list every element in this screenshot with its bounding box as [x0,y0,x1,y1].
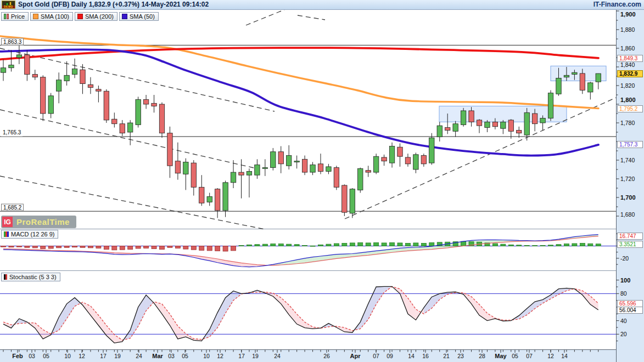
stochastic-fill [210,313,217,337]
candle-up[interactable] [564,75,569,77]
candle-down[interactable] [175,161,180,173]
candle-down[interactable] [492,122,497,127]
candle-down[interactable] [159,104,164,133]
candle-down[interactable] [445,128,450,131]
legend-chip-sma50[interactable]: SMA (50) [119,12,159,21]
candle-up[interactable] [453,124,458,132]
candle-down[interactable] [318,164,323,172]
candle-up[interactable] [310,165,315,173]
candle-up[interactable] [556,78,561,94]
candle-down[interactable] [96,89,101,91]
candle-down[interactable] [580,73,585,90]
candle-up[interactable] [16,55,21,58]
candle-up[interactable] [501,122,506,128]
candle-down[interactable] [104,91,109,120]
candle-down[interactable] [366,171,371,172]
legend-price-label: Price [11,13,25,20]
candle-up[interactable] [461,111,466,125]
macd-histogram-bar [517,245,522,246]
dashed-trendline[interactable] [0,110,254,168]
candle-down[interactable] [508,120,513,131]
candle-down[interactable] [41,77,46,114]
candle-down[interactable] [215,189,220,211]
candle-up[interactable] [437,126,442,137]
candle-up[interactable] [373,156,378,172]
stochastic-plot[interactable] [0,286,616,343]
stochastic-fill [376,286,384,304]
candle-down[interactable] [405,157,410,164]
candle-down[interactable] [421,156,426,164]
macd-plot[interactable] [0,235,616,267]
candle-up[interactable] [389,146,394,163]
candle-down[interactable] [152,103,156,106]
candle-up[interactable] [548,93,553,118]
candle-up[interactable] [596,73,601,82]
candle-up[interactable] [524,112,529,135]
candle-up[interactable] [207,196,212,202]
stochastic-indicator-chip[interactable]: Stochastic (5 3 3) [1,273,60,281]
macd-histogram-bar [556,245,561,246]
candle-down[interactable] [334,168,339,188]
chart-canvas[interactable] [0,0,644,362]
candle-down[interactable] [477,120,481,126]
brand-link[interactable]: IT-Finance.com [593,1,641,8]
candle-up[interactable] [231,172,236,183]
macd-histogram-bar [596,244,601,246]
candle-down[interactable] [80,70,85,84]
candle-up[interactable] [262,168,267,169]
candle-down[interactable] [32,75,37,77]
candle-up[interactable] [358,168,363,190]
legend-sma100-label: SMA (100) [41,13,69,20]
candle-up[interactable] [271,152,276,168]
candle-down[interactable] [532,114,537,124]
dashed-trendline[interactable] [298,15,325,20]
candle-down[interactable] [342,185,347,212]
macd-histogram-bar [397,243,402,246]
candle-down[interactable] [517,131,522,133]
candle-down[interactable] [112,119,117,124]
candle-down[interactable] [239,172,244,175]
candle-down[interactable] [302,159,307,172]
candle-up[interactable] [485,122,490,127]
candle-up[interactable] [287,156,292,166]
candle-up[interactable] [247,171,251,175]
candle-down[interactable] [120,124,125,133]
macd-histogram-bar [310,246,315,246]
candle-down[interactable] [143,100,148,105]
macd-indicator-chip[interactable]: MACD (12 26 9) [1,230,58,239]
price-plot[interactable] [0,7,616,231]
candle-up[interactable] [294,161,299,162]
candle-up[interactable] [588,83,593,92]
candle-up[interactable] [183,162,188,174]
candle-up[interactable] [48,96,53,114]
candle-up[interactable] [326,167,331,172]
candle-up[interactable] [128,123,133,132]
candle-up[interactable] [413,155,418,169]
legend-chip-price[interactable]: Price [1,12,29,21]
candle-down[interactable] [469,111,474,122]
candle-up[interactable] [136,100,141,125]
candle-up[interactable] [72,69,77,74]
candle-up[interactable] [223,183,228,211]
candle-down[interactable] [199,187,204,203]
candle-up[interactable] [350,189,355,213]
candle-up[interactable] [540,118,545,123]
macd-histogram-bar [144,246,149,248]
candle-down[interactable] [278,152,283,164]
candle-down[interactable] [382,157,387,161]
candle-down[interactable] [397,147,402,156]
candle-up[interactable] [64,75,69,81]
candle-up[interactable] [56,80,61,91]
candle-down[interactable] [167,133,172,166]
candle-up[interactable] [572,72,577,74]
candle-down[interactable] [25,55,30,75]
candle-up[interactable] [1,68,5,73]
legend-chip-sma200[interactable]: SMA (200) [75,12,117,21]
candle-down[interactable] [191,163,196,187]
stochastic-fill [368,287,376,319]
candle-up[interactable] [255,165,260,176]
candle-up[interactable] [429,138,434,163]
candle-up[interactable] [9,65,14,68]
candle-down[interactable] [88,84,93,87]
legend-chip-sma100[interactable]: SMA (100) [30,12,73,21]
